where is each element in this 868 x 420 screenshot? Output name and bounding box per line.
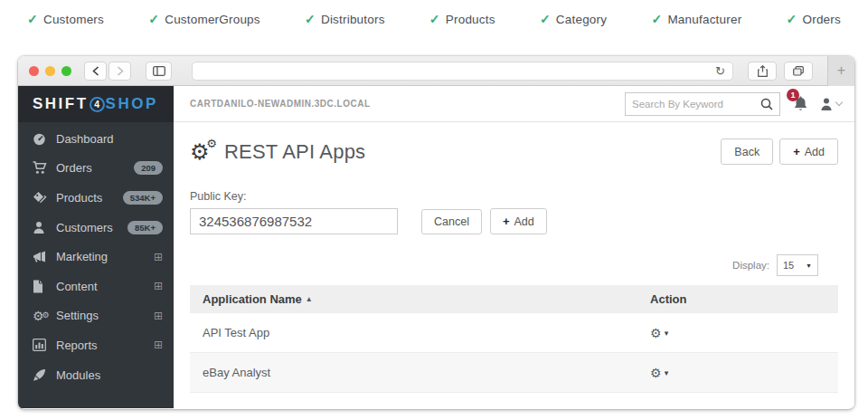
- sidebar-item-label: Settings: [56, 309, 154, 322]
- refresh-icon[interactable]: ↻: [715, 64, 725, 78]
- sidebar-item-dashboard[interactable]: Dashboard: [18, 124, 174, 154]
- minimize-window-button[interactable]: [45, 66, 55, 76]
- checklist-item-manufacturer[interactable]: ✓Manufacturer: [651, 12, 741, 26]
- customers-count-badge: 85K+: [127, 221, 163, 234]
- public-key-input[interactable]: [190, 208, 398, 234]
- sidebar-item-marketing[interactable]: Marketing ⊞: [18, 242, 174, 272]
- sidebar-item-label: Products: [56, 191, 123, 205]
- check-icon: ✓: [651, 12, 662, 26]
- checklist-item-distributors[interactable]: ✓Distributors: [305, 12, 385, 26]
- column-header-action: Action: [650, 292, 838, 306]
- expand-icon[interactable]: ⊞: [154, 310, 163, 322]
- app-name-cell: eBay Analyst: [190, 366, 650, 379]
- search-box: [625, 92, 780, 116]
- expand-icon[interactable]: ⊞: [154, 339, 163, 351]
- new-tab-button[interactable]: +: [827, 56, 854, 86]
- sidebar-toggle-button[interactable]: [146, 62, 172, 81]
- apps-table: Application Name ▲ Action API Test App ⚙…: [190, 285, 838, 408]
- orders-count-badge: 209: [134, 161, 163, 175]
- chevron-down-icon: [835, 99, 843, 106]
- caret-down-icon: ▼: [806, 262, 812, 269]
- check-icon: ✓: [305, 12, 316, 26]
- page-content: Public Key: Cancel +Add Display: 15 ▼: [174, 177, 854, 408]
- sidebar-item-label: Modules: [56, 368, 163, 382]
- main-panel: CARTDANILO-NEWADMIN.3DC.LOCAL 1: [174, 86, 854, 408]
- add-app-button[interactable]: +Add: [779, 138, 838, 165]
- check-icon: ✓: [429, 12, 440, 26]
- expand-icon[interactable]: ⊞: [154, 251, 163, 263]
- logo-text-shift: SHIFT: [33, 95, 89, 113]
- bar-chart-icon: [33, 339, 56, 351]
- browser-chrome: ↻ +: [18, 56, 854, 86]
- search-input[interactable]: [632, 99, 757, 110]
- sidebar-item-label: Reports: [56, 339, 154, 352]
- chevron-right-icon: [117, 66, 124, 76]
- close-window-button[interactable]: [29, 66, 39, 76]
- share-button[interactable]: [748, 62, 777, 81]
- store-id: CARTDANILO-NEWADMIN.3DC.LOCAL: [190, 99, 625, 109]
- sidebar-item-modules[interactable]: Modules: [18, 360, 174, 390]
- checklist-item-customergroups[interactable]: ✓CustomerGroups: [148, 12, 260, 26]
- sidebar-item-label: Customers: [56, 221, 127, 234]
- expand-icon[interactable]: ⊞: [154, 280, 163, 292]
- checklist-item-customers[interactable]: ✓Customers: [27, 12, 104, 26]
- table-header: Application Name ▲ Action: [190, 285, 838, 313]
- table-row: eBay Analyst ⚙ ▾: [190, 353, 838, 393]
- notification-count-badge: 1: [787, 89, 799, 101]
- sidebar-item-label: Marketing: [56, 250, 154, 263]
- display-count-select[interactable]: 15 ▼: [777, 254, 818, 276]
- add-key-button[interactable]: +Add: [490, 208, 547, 234]
- display-label: Display:: [732, 260, 769, 271]
- sidebar-item-content[interactable]: Content ⊞: [18, 272, 174, 301]
- back-button[interactable]: [84, 62, 107, 81]
- plus-icon: +: [503, 215, 510, 228]
- page-title: REST API Apps: [224, 140, 365, 164]
- checklist-item-category[interactable]: ✓Category: [540, 12, 607, 26]
- check-icon: ✓: [148, 12, 159, 26]
- notifications-button[interactable]: 1: [793, 96, 808, 112]
- account-menu-button[interactable]: [819, 97, 842, 111]
- app-name-cell: API Test App: [190, 326, 650, 339]
- checklist-label: Category: [556, 13, 607, 26]
- action-cell: ⚙ ▾: [650, 326, 838, 340]
- logo-text-shop: SHOP: [106, 95, 158, 113]
- shift4shop-logo[interactable]: SHIFT 4 SHOP: [18, 86, 174, 122]
- sidebar-item-products[interactable]: Products 534K+: [18, 183, 174, 213]
- checklist-label: Distributors: [321, 13, 385, 26]
- page-header: ⚙⚙ REST API Apps Back +Add: [174, 122, 854, 177]
- search-icon[interactable]: [760, 98, 773, 110]
- sidebar-item-customers[interactable]: Customers 85K+: [18, 213, 174, 243]
- forward-button[interactable]: [108, 62, 131, 81]
- tab-overview-button[interactable]: [784, 62, 813, 81]
- zoom-window-button[interactable]: [61, 66, 71, 76]
- sidebar-item-label: Content: [56, 280, 154, 293]
- row-actions-menu-button[interactable]: ⚙ ▾: [650, 366, 668, 380]
- row-actions-menu-button[interactable]: ⚙ ▾: [650, 326, 668, 340]
- caret-down-icon: ▾: [665, 329, 669, 338]
- checklist-item-orders[interactable]: ✓Orders: [787, 12, 841, 26]
- check-icon: ✓: [27, 12, 38, 26]
- back-button-page[interactable]: Back: [721, 138, 773, 165]
- checklist-label: Manufacturer: [667, 13, 741, 26]
- sidebar-item-reports[interactable]: Reports ⊞: [18, 330, 174, 360]
- address-bar[interactable]: ↻: [192, 62, 733, 81]
- title-wrap: ⚙⚙ REST API Apps: [190, 139, 721, 165]
- sidebar-item-label: Dashboard: [56, 132, 163, 146]
- checklist-item-products[interactable]: ✓Products: [429, 12, 495, 26]
- display-controls: Display: 15 ▼: [190, 254, 818, 276]
- sidebar-menu: Dashboard Orders 209 Products 534K+: [18, 122, 174, 408]
- cancel-button[interactable]: Cancel: [421, 209, 482, 234]
- migration-checklist-nav: ✓Customers ✓CustomerGroups ✓Distributors…: [0, 0, 868, 35]
- dashboard-icon: [33, 132, 56, 146]
- chrome-actions: [748, 62, 813, 81]
- sidebar: SHIFT 4 SHOP Dashboard Orders 209: [18, 86, 174, 408]
- sidebar-item-settings[interactable]: ⚙⚙ Settings ⊞: [18, 301, 174, 331]
- sidebar-item-orders[interactable]: Orders 209: [18, 154, 174, 184]
- user-account-icon: [819, 97, 834, 111]
- gear-icon: ⚙: [650, 366, 662, 380]
- checklist-label: Orders: [803, 13, 841, 26]
- history-nav: [84, 62, 131, 81]
- column-header-application-name[interactable]: Application Name ▲: [190, 292, 650, 306]
- check-icon: ✓: [540, 12, 551, 26]
- user-icon: [33, 221, 56, 234]
